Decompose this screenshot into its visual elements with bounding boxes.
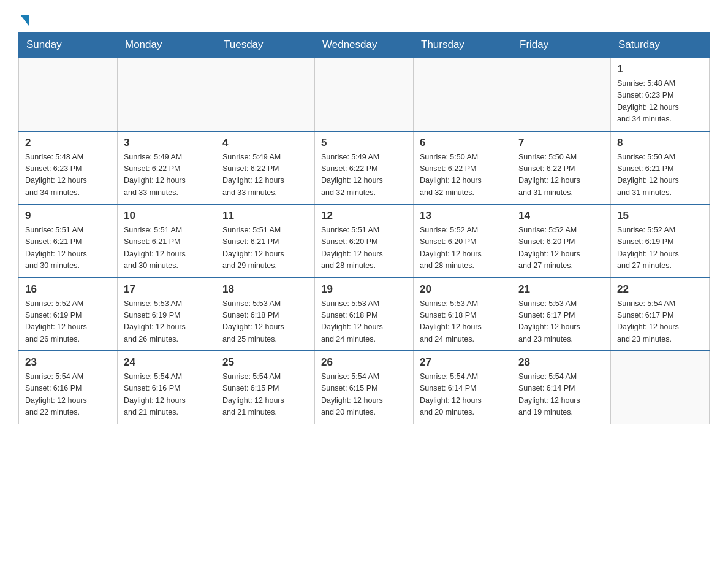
calendar-week-row: 16Sunrise: 5:52 AM Sunset: 6:19 PM Dayli… — [19, 278, 710, 351]
calendar-cell — [118, 58, 216, 131]
day-info: Sunrise: 5:52 AM Sunset: 6:20 PM Dayligh… — [420, 224, 506, 272]
calendar-cell: 4Sunrise: 5:49 AM Sunset: 6:22 PM Daylig… — [216, 131, 315, 205]
day-info: Sunrise: 5:54 AM Sunset: 6:16 PM Dayligh… — [124, 371, 210, 419]
calendar-cell: 28Sunrise: 5:54 AM Sunset: 6:14 PM Dayli… — [512, 351, 611, 424]
day-number: 20 — [420, 283, 506, 296]
day-number: 10 — [124, 210, 210, 222]
logo-arrow-icon — [20, 15, 29, 26]
calendar-cell — [216, 58, 315, 131]
day-of-week-header: Thursday — [414, 33, 512, 58]
calendar-cell: 20Sunrise: 5:53 AM Sunset: 6:18 PM Dayli… — [414, 278, 512, 351]
day-info: Sunrise: 5:51 AM Sunset: 6:21 PM Dayligh… — [124, 224, 210, 272]
day-info: Sunrise: 5:48 AM Sunset: 6:23 PM Dayligh… — [617, 78, 703, 126]
day-of-week-header: Wednesday — [315, 33, 414, 58]
day-number: 27 — [420, 356, 506, 369]
calendar-cell: 15Sunrise: 5:52 AM Sunset: 6:19 PM Dayli… — [611, 204, 710, 278]
calendar-week-row: 1Sunrise: 5:48 AM Sunset: 6:23 PM Daylig… — [19, 58, 710, 131]
calendar-cell: 7Sunrise: 5:50 AM Sunset: 6:22 PM Daylig… — [512, 131, 611, 205]
calendar-week-row: 23Sunrise: 5:54 AM Sunset: 6:16 PM Dayli… — [19, 351, 710, 424]
day-number: 13 — [420, 210, 506, 222]
calendar-cell: 16Sunrise: 5:52 AM Sunset: 6:19 PM Dayli… — [19, 278, 118, 351]
day-info: Sunrise: 5:53 AM Sunset: 6:17 PM Dayligh… — [518, 298, 604, 346]
day-number: 16 — [25, 283, 111, 296]
day-info: Sunrise: 5:54 AM Sunset: 6:15 PM Dayligh… — [321, 371, 407, 419]
day-number: 22 — [617, 283, 703, 296]
calendar-cell: 6Sunrise: 5:50 AM Sunset: 6:22 PM Daylig… — [414, 131, 512, 205]
day-of-week-header: Monday — [118, 33, 216, 58]
day-number: 7 — [518, 137, 604, 149]
calendar-cell: 17Sunrise: 5:53 AM Sunset: 6:19 PM Dayli… — [118, 278, 216, 351]
day-info: Sunrise: 5:50 AM Sunset: 6:21 PM Dayligh… — [617, 151, 703, 199]
day-info: Sunrise: 5:54 AM Sunset: 6:14 PM Dayligh… — [420, 371, 506, 419]
day-info: Sunrise: 5:53 AM Sunset: 6:18 PM Dayligh… — [420, 298, 506, 346]
calendar-cell: 3Sunrise: 5:49 AM Sunset: 6:22 PM Daylig… — [118, 131, 216, 205]
day-info: Sunrise: 5:49 AM Sunset: 6:22 PM Dayligh… — [321, 151, 407, 199]
calendar-cell — [611, 351, 710, 424]
day-number: 23 — [25, 356, 111, 369]
calendar-table: SundayMondayTuesdayWednesdayThursdayFrid… — [18, 32, 710, 424]
calendar-cell: 18Sunrise: 5:53 AM Sunset: 6:18 PM Dayli… — [216, 278, 315, 351]
day-info: Sunrise: 5:50 AM Sunset: 6:22 PM Dayligh… — [420, 151, 506, 199]
day-number: 12 — [321, 210, 407, 222]
day-of-week-header: Friday — [512, 33, 611, 58]
calendar-cell: 25Sunrise: 5:54 AM Sunset: 6:15 PM Dayli… — [216, 351, 315, 424]
day-info: Sunrise: 5:53 AM Sunset: 6:18 PM Dayligh… — [222, 298, 308, 346]
calendar-cell: 26Sunrise: 5:54 AM Sunset: 6:15 PM Dayli… — [315, 351, 414, 424]
day-number: 18 — [222, 283, 308, 296]
calendar-cell: 5Sunrise: 5:49 AM Sunset: 6:22 PM Daylig… — [315, 131, 414, 205]
day-of-week-header: Tuesday — [216, 33, 315, 58]
day-info: Sunrise: 5:53 AM Sunset: 6:19 PM Dayligh… — [124, 298, 210, 346]
day-number: 9 — [25, 210, 111, 222]
day-info: Sunrise: 5:49 AM Sunset: 6:22 PM Dayligh… — [124, 151, 210, 199]
day-number: 5 — [321, 137, 407, 149]
day-number: 8 — [617, 137, 703, 149]
day-info: Sunrise: 5:51 AM Sunset: 6:20 PM Dayligh… — [321, 224, 407, 272]
day-info: Sunrise: 5:51 AM Sunset: 6:21 PM Dayligh… — [222, 224, 308, 272]
day-info: Sunrise: 5:52 AM Sunset: 6:19 PM Dayligh… — [25, 298, 111, 346]
calendar-header-row: SundayMondayTuesdayWednesdayThursdayFrid… — [19, 33, 710, 58]
calendar-cell: 10Sunrise: 5:51 AM Sunset: 6:21 PM Dayli… — [118, 204, 216, 278]
day-info: Sunrise: 5:54 AM Sunset: 6:14 PM Dayligh… — [518, 371, 604, 419]
calendar-cell: 9Sunrise: 5:51 AM Sunset: 6:21 PM Daylig… — [19, 204, 118, 278]
day-number: 15 — [617, 210, 703, 222]
page-header — [18, 12, 710, 26]
calendar-week-row: 9Sunrise: 5:51 AM Sunset: 6:21 PM Daylig… — [19, 204, 710, 278]
day-number: 19 — [321, 283, 407, 296]
calendar-cell: 8Sunrise: 5:50 AM Sunset: 6:21 PM Daylig… — [611, 131, 710, 205]
calendar-cell — [19, 58, 118, 131]
logo — [18, 12, 29, 26]
day-info: Sunrise: 5:54 AM Sunset: 6:16 PM Dayligh… — [25, 371, 111, 419]
calendar-cell — [512, 58, 611, 131]
day-info: Sunrise: 5:53 AM Sunset: 6:18 PM Dayligh… — [321, 298, 407, 346]
calendar-cell: 19Sunrise: 5:53 AM Sunset: 6:18 PM Dayli… — [315, 278, 414, 351]
day-info: Sunrise: 5:49 AM Sunset: 6:22 PM Dayligh… — [222, 151, 308, 199]
day-number: 28 — [518, 356, 604, 369]
day-number: 21 — [518, 283, 604, 296]
calendar-cell: 27Sunrise: 5:54 AM Sunset: 6:14 PM Dayli… — [414, 351, 512, 424]
calendar-cell: 1Sunrise: 5:48 AM Sunset: 6:23 PM Daylig… — [611, 58, 710, 131]
day-number: 6 — [420, 137, 506, 149]
day-info: Sunrise: 5:54 AM Sunset: 6:17 PM Dayligh… — [617, 298, 703, 346]
calendar-cell: 14Sunrise: 5:52 AM Sunset: 6:20 PM Dayli… — [512, 204, 611, 278]
day-number: 4 — [222, 137, 308, 149]
calendar-cell: 13Sunrise: 5:52 AM Sunset: 6:20 PM Dayli… — [414, 204, 512, 278]
day-info: Sunrise: 5:51 AM Sunset: 6:21 PM Dayligh… — [25, 224, 111, 272]
calendar-cell: 2Sunrise: 5:48 AM Sunset: 6:23 PM Daylig… — [19, 131, 118, 205]
day-of-week-header: Sunday — [19, 33, 118, 58]
day-info: Sunrise: 5:48 AM Sunset: 6:23 PM Dayligh… — [25, 151, 111, 199]
day-number: 2 — [25, 137, 111, 149]
day-number: 17 — [124, 283, 210, 296]
day-number: 26 — [321, 356, 407, 369]
calendar-cell — [414, 58, 512, 131]
day-info: Sunrise: 5:52 AM Sunset: 6:20 PM Dayligh… — [518, 224, 604, 272]
day-number: 25 — [222, 356, 308, 369]
day-number: 11 — [222, 210, 308, 222]
calendar-cell: 12Sunrise: 5:51 AM Sunset: 6:20 PM Dayli… — [315, 204, 414, 278]
calendar-cell: 21Sunrise: 5:53 AM Sunset: 6:17 PM Dayli… — [512, 278, 611, 351]
calendar-cell: 11Sunrise: 5:51 AM Sunset: 6:21 PM Dayli… — [216, 204, 315, 278]
calendar-cell: 22Sunrise: 5:54 AM Sunset: 6:17 PM Dayli… — [611, 278, 710, 351]
day-number: 24 — [124, 356, 210, 369]
day-number: 14 — [518, 210, 604, 222]
calendar-week-row: 2Sunrise: 5:48 AM Sunset: 6:23 PM Daylig… — [19, 131, 710, 205]
day-number: 3 — [124, 137, 210, 149]
